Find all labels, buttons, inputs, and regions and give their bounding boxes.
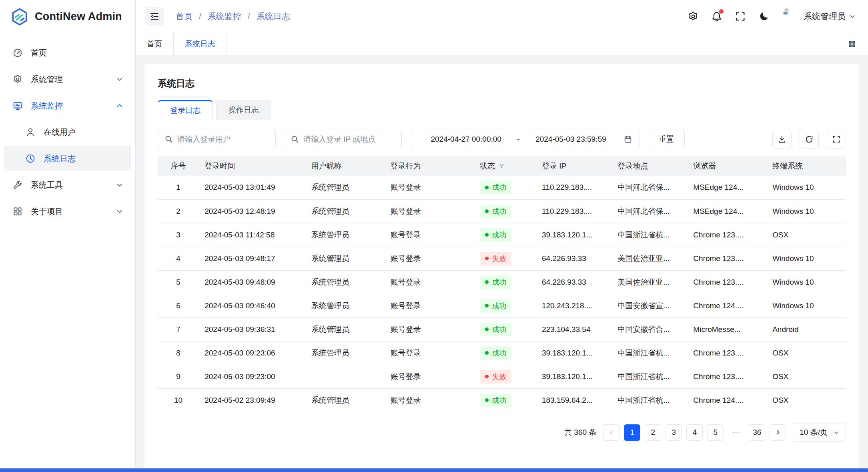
breadcrumb-item-home[interactable]: 首页 [176, 11, 192, 22]
notification-dot [719, 9, 724, 14]
sidebar-item-about[interactable]: 关于项目 [4, 199, 131, 224]
cell-browser: Chrome 123.... [688, 247, 767, 270]
page-button-36[interactable]: 36 [749, 424, 765, 441]
filter-icon[interactable] [498, 163, 505, 169]
cell-browser: Chrome 124.... [688, 388, 767, 412]
col-header-label: 用户昵称 [311, 162, 342, 170]
cell-location: 中国浙江省杭... [612, 341, 688, 365]
col-header-label: 登录行为 [391, 162, 421, 170]
status-badge: 成功 [480, 346, 511, 360]
user-menu[interactable]: 系统管理员 [782, 7, 856, 26]
tab-list-button[interactable] [847, 33, 868, 55]
cell-index: 3 [158, 223, 199, 247]
cell-os: Windows 10 [767, 176, 846, 199]
sidebar-item-system-management[interactable]: 系统管理 [4, 67, 131, 92]
subtab-login-log[interactable]: 登录日志 [158, 100, 213, 120]
expand-table-button[interactable] [827, 130, 846, 149]
chevron-up-icon [116, 102, 124, 110]
sidebar-menu: 首页 系统管理 [0, 33, 135, 224]
dark-mode-button[interactable] [758, 11, 770, 22]
sidebar-item-system-tools[interactable]: 系统工具 [4, 173, 131, 197]
chevron-down-icon [849, 13, 856, 20]
grid-icon [12, 206, 23, 217]
main-area: 首页 / 系统监控 / 系统日志 [136, 0, 868, 472]
subtab-operation-log[interactable]: 操作日志 [216, 100, 271, 120]
system-log-card: 系统日志 登录日志 操作日志 [144, 64, 859, 469]
cell-behavior: 账号登录 [385, 317, 475, 341]
login-user-search[interactable] [158, 129, 276, 149]
status-dot-icon [485, 351, 489, 355]
cell-location: 美国佐治亚亚... [612, 270, 688, 294]
sidebar-item-label: 系统日志 [44, 153, 76, 164]
breadcrumb-item-monitor[interactable]: 系统监控 [208, 11, 241, 22]
chevron-down-icon [116, 75, 124, 83]
sidebar-item-home[interactable]: 首页 [4, 40, 131, 65]
reset-button[interactable]: 重置 [648, 129, 685, 149]
tab-label: 首页 [147, 39, 162, 49]
cell-status: 成功 [474, 317, 536, 341]
app-logo[interactable]: ContiNew Admin [0, 0, 135, 33]
refresh-button[interactable] [800, 130, 819, 149]
content-area: 系统日志 登录日志 操作日志 [136, 55, 868, 472]
settings-button[interactable] [688, 11, 699, 22]
app-screen: ContiNew Admin 首页 系 [0, 0, 868, 472]
cell-behavior: 账号登录 [385, 176, 475, 199]
cell-time: 2024-05-02 23:09:49 [199, 388, 306, 412]
cell-index: 10 [158, 388, 199, 412]
col-header-5: 登录 IP [536, 157, 612, 176]
page-button-4[interactable]: 4 [686, 424, 703, 441]
export-button[interactable] [772, 130, 792, 149]
table-body: 12024-05-03 13:01:49系统管理员账号登录成功110.229.1… [158, 176, 846, 412]
cell-ip: 64.226.93.33 [536, 270, 612, 294]
tab-home[interactable]: 首页 [136, 33, 174, 55]
login-user-input[interactable] [177, 135, 269, 144]
sidebar-item-online-users[interactable]: 在线用户 [4, 120, 131, 145]
top-header: 首页 / 系统监控 / 系统日志 [136, 0, 868, 33]
tab-label: 系统日志 [185, 39, 215, 49]
notifications-button[interactable] [711, 11, 722, 22]
col-header-label: 状态 [480, 162, 495, 170]
login-ip-search[interactable] [284, 129, 402, 149]
next-page-button[interactable] [770, 424, 786, 441]
page-size-select[interactable]: 10 条/页 [793, 424, 846, 442]
sidebar-collapse-button[interactable] [145, 7, 164, 26]
cell-behavior: 账号登录 [385, 388, 475, 412]
table-row: 22024-05-03 12:48:19系统管理员账号登录成功110.229.1… [158, 199, 846, 223]
breadcrumb-item-current: 系统日志 [257, 11, 290, 22]
cell-index: 7 [158, 317, 199, 341]
page-button-2[interactable]: 2 [645, 424, 661, 441]
prev-page-button[interactable] [603, 424, 619, 441]
status-badge: 成功 [480, 323, 511, 336]
sidebar-item-system-log[interactable]: 系统日志 [4, 146, 131, 171]
page-ellipsis[interactable]: ··· [728, 424, 744, 441]
cell-browser: MSEdge 124... [688, 199, 767, 223]
page-button-5[interactable]: 5 [707, 424, 724, 441]
cell-status: 失败 [474, 247, 536, 270]
tab-system-log[interactable]: 系统日志 [174, 33, 227, 55]
app-logo-icon [10, 8, 29, 26]
cell-time: 2024-05-03 12:48:19 [199, 199, 306, 223]
status-dot-icon [485, 257, 489, 260]
page-title: 系统日志 [158, 77, 846, 90]
login-ip-input[interactable] [303, 135, 395, 144]
cell-behavior: 账号登录 [385, 270, 475, 294]
chevron-right-icon [774, 429, 782, 436]
date-range-picker[interactable]: 2024-04-27 00:00:00 - 2024-05-03 23:59:5… [410, 129, 640, 149]
cell-ip: 223.104.33.54 [536, 317, 612, 341]
chevron-down-icon [833, 430, 839, 436]
col-header-label: 序号 [171, 162, 186, 170]
status-badge: 成功 [480, 394, 511, 407]
sidebar-item-system-monitor[interactable]: 系统监控 [4, 93, 131, 118]
table-row: 12024-05-03 13:01:49系统管理员账号登录成功110.229.1… [158, 176, 846, 199]
cell-status: 成功 [474, 294, 536, 317]
table-row: 52024-05-03 09:48:09系统管理员账号登录成功64.226.93… [158, 270, 846, 294]
table-row: 32024-05-03 11:42:58系统管理员账号登录成功39.183.12… [158, 223, 846, 247]
cell-index: 8 [158, 341, 199, 365]
cell-ip: 110.229.183.... [536, 176, 612, 199]
page-button-3[interactable]: 3 [666, 424, 682, 441]
page-button-1[interactable]: 1 [624, 424, 640, 441]
cell-browser: MicroMesse... [688, 317, 767, 341]
subtab-label: 操作日志 [229, 105, 259, 115]
cell-behavior: 账号登录 [385, 365, 475, 388]
fullscreen-button[interactable] [735, 11, 746, 22]
